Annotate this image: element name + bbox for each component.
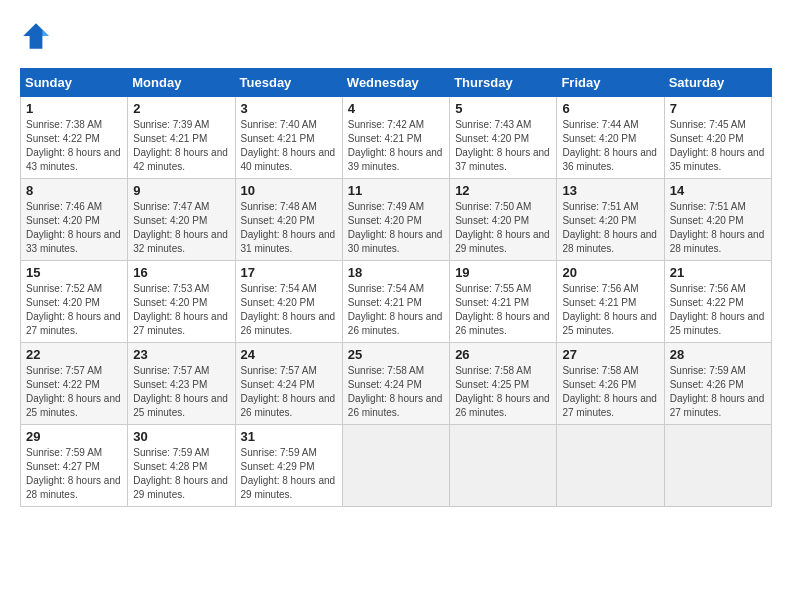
calendar-cell: 16Sunrise: 7:53 AMSunset: 4:20 PMDayligh… [128, 261, 235, 343]
day-number: 13 [562, 183, 658, 198]
calendar-cell: 30Sunrise: 7:59 AMSunset: 4:28 PMDayligh… [128, 425, 235, 507]
day-number: 5 [455, 101, 551, 116]
day-number: 2 [133, 101, 229, 116]
day-info: Sunrise: 7:57 AMSunset: 4:22 PMDaylight:… [26, 364, 122, 420]
calendar-cell: 14Sunrise: 7:51 AMSunset: 4:20 PMDayligh… [664, 179, 771, 261]
col-header-friday: Friday [557, 69, 664, 97]
calendar-cell: 1Sunrise: 7:38 AMSunset: 4:22 PMDaylight… [21, 97, 128, 179]
calendar-cell: 2Sunrise: 7:39 AMSunset: 4:21 PMDaylight… [128, 97, 235, 179]
day-number: 16 [133, 265, 229, 280]
day-number: 24 [241, 347, 337, 362]
day-info: Sunrise: 7:49 AMSunset: 4:20 PMDaylight:… [348, 200, 444, 256]
calendar-cell: 9Sunrise: 7:47 AMSunset: 4:20 PMDaylight… [128, 179, 235, 261]
calendar-cell: 17Sunrise: 7:54 AMSunset: 4:20 PMDayligh… [235, 261, 342, 343]
calendar-body: 1Sunrise: 7:38 AMSunset: 4:22 PMDaylight… [21, 97, 772, 507]
calendar-cell: 4Sunrise: 7:42 AMSunset: 4:21 PMDaylight… [342, 97, 449, 179]
day-number: 14 [670, 183, 766, 198]
day-info: Sunrise: 7:44 AMSunset: 4:20 PMDaylight:… [562, 118, 658, 174]
col-header-saturday: Saturday [664, 69, 771, 97]
day-number: 7 [670, 101, 766, 116]
day-info: Sunrise: 7:55 AMSunset: 4:21 PMDaylight:… [455, 282, 551, 338]
calendar-cell [450, 425, 557, 507]
page-header [20, 20, 772, 52]
day-number: 17 [241, 265, 337, 280]
calendar-cell: 7Sunrise: 7:45 AMSunset: 4:20 PMDaylight… [664, 97, 771, 179]
calendar-cell: 23Sunrise: 7:57 AMSunset: 4:23 PMDayligh… [128, 343, 235, 425]
day-info: Sunrise: 7:50 AMSunset: 4:20 PMDaylight:… [455, 200, 551, 256]
day-info: Sunrise: 7:47 AMSunset: 4:20 PMDaylight:… [133, 200, 229, 256]
calendar-week-row: 29Sunrise: 7:59 AMSunset: 4:27 PMDayligh… [21, 425, 772, 507]
day-info: Sunrise: 7:59 AMSunset: 4:29 PMDaylight:… [241, 446, 337, 502]
day-number: 3 [241, 101, 337, 116]
day-info: Sunrise: 7:42 AMSunset: 4:21 PMDaylight:… [348, 118, 444, 174]
day-info: Sunrise: 7:43 AMSunset: 4:20 PMDaylight:… [455, 118, 551, 174]
day-number: 20 [562, 265, 658, 280]
logo [20, 20, 56, 52]
col-header-thursday: Thursday [450, 69, 557, 97]
day-number: 29 [26, 429, 122, 444]
calendar-cell [664, 425, 771, 507]
day-number: 23 [133, 347, 229, 362]
day-number: 9 [133, 183, 229, 198]
day-info: Sunrise: 7:57 AMSunset: 4:24 PMDaylight:… [241, 364, 337, 420]
col-header-sunday: Sunday [21, 69, 128, 97]
day-number: 10 [241, 183, 337, 198]
day-info: Sunrise: 7:58 AMSunset: 4:24 PMDaylight:… [348, 364, 444, 420]
day-info: Sunrise: 7:58 AMSunset: 4:25 PMDaylight:… [455, 364, 551, 420]
day-number: 15 [26, 265, 122, 280]
day-info: Sunrise: 7:38 AMSunset: 4:22 PMDaylight:… [26, 118, 122, 174]
day-number: 6 [562, 101, 658, 116]
calendar-week-row: 1Sunrise: 7:38 AMSunset: 4:22 PMDaylight… [21, 97, 772, 179]
calendar-cell [557, 425, 664, 507]
calendar-cell: 24Sunrise: 7:57 AMSunset: 4:24 PMDayligh… [235, 343, 342, 425]
calendar-table: SundayMondayTuesdayWednesdayThursdayFrid… [20, 68, 772, 507]
calendar-header-row: SundayMondayTuesdayWednesdayThursdayFrid… [21, 69, 772, 97]
day-number: 1 [26, 101, 122, 116]
day-info: Sunrise: 7:51 AMSunset: 4:20 PMDaylight:… [670, 200, 766, 256]
calendar-cell: 11Sunrise: 7:49 AMSunset: 4:20 PMDayligh… [342, 179, 449, 261]
day-number: 21 [670, 265, 766, 280]
calendar-cell: 8Sunrise: 7:46 AMSunset: 4:20 PMDaylight… [21, 179, 128, 261]
calendar-cell: 6Sunrise: 7:44 AMSunset: 4:20 PMDaylight… [557, 97, 664, 179]
calendar-cell: 19Sunrise: 7:55 AMSunset: 4:21 PMDayligh… [450, 261, 557, 343]
day-number: 25 [348, 347, 444, 362]
day-number: 8 [26, 183, 122, 198]
day-info: Sunrise: 7:57 AMSunset: 4:23 PMDaylight:… [133, 364, 229, 420]
day-info: Sunrise: 7:56 AMSunset: 4:21 PMDaylight:… [562, 282, 658, 338]
calendar-cell: 18Sunrise: 7:54 AMSunset: 4:21 PMDayligh… [342, 261, 449, 343]
day-info: Sunrise: 7:56 AMSunset: 4:22 PMDaylight:… [670, 282, 766, 338]
calendar-week-row: 22Sunrise: 7:57 AMSunset: 4:22 PMDayligh… [21, 343, 772, 425]
calendar-cell: 25Sunrise: 7:58 AMSunset: 4:24 PMDayligh… [342, 343, 449, 425]
calendar-cell: 12Sunrise: 7:50 AMSunset: 4:20 PMDayligh… [450, 179, 557, 261]
calendar-cell: 28Sunrise: 7:59 AMSunset: 4:26 PMDayligh… [664, 343, 771, 425]
calendar-cell: 22Sunrise: 7:57 AMSunset: 4:22 PMDayligh… [21, 343, 128, 425]
day-info: Sunrise: 7:46 AMSunset: 4:20 PMDaylight:… [26, 200, 122, 256]
col-header-tuesday: Tuesday [235, 69, 342, 97]
day-info: Sunrise: 7:39 AMSunset: 4:21 PMDaylight:… [133, 118, 229, 174]
day-number: 27 [562, 347, 658, 362]
calendar-cell: 13Sunrise: 7:51 AMSunset: 4:20 PMDayligh… [557, 179, 664, 261]
calendar-cell: 20Sunrise: 7:56 AMSunset: 4:21 PMDayligh… [557, 261, 664, 343]
day-number: 28 [670, 347, 766, 362]
day-info: Sunrise: 7:59 AMSunset: 4:27 PMDaylight:… [26, 446, 122, 502]
calendar-cell [342, 425, 449, 507]
col-header-wednesday: Wednesday [342, 69, 449, 97]
calendar-cell: 10Sunrise: 7:48 AMSunset: 4:20 PMDayligh… [235, 179, 342, 261]
day-number: 26 [455, 347, 551, 362]
day-number: 18 [348, 265, 444, 280]
calendar-cell: 29Sunrise: 7:59 AMSunset: 4:27 PMDayligh… [21, 425, 128, 507]
calendar-cell: 15Sunrise: 7:52 AMSunset: 4:20 PMDayligh… [21, 261, 128, 343]
day-info: Sunrise: 7:59 AMSunset: 4:28 PMDaylight:… [133, 446, 229, 502]
day-number: 31 [241, 429, 337, 444]
day-info: Sunrise: 7:59 AMSunset: 4:26 PMDaylight:… [670, 364, 766, 420]
logo-icon [20, 20, 52, 52]
day-info: Sunrise: 7:53 AMSunset: 4:20 PMDaylight:… [133, 282, 229, 338]
calendar-cell: 27Sunrise: 7:58 AMSunset: 4:26 PMDayligh… [557, 343, 664, 425]
calendar-cell: 5Sunrise: 7:43 AMSunset: 4:20 PMDaylight… [450, 97, 557, 179]
day-number: 4 [348, 101, 444, 116]
day-number: 11 [348, 183, 444, 198]
col-header-monday: Monday [128, 69, 235, 97]
day-number: 30 [133, 429, 229, 444]
day-info: Sunrise: 7:51 AMSunset: 4:20 PMDaylight:… [562, 200, 658, 256]
day-info: Sunrise: 7:52 AMSunset: 4:20 PMDaylight:… [26, 282, 122, 338]
